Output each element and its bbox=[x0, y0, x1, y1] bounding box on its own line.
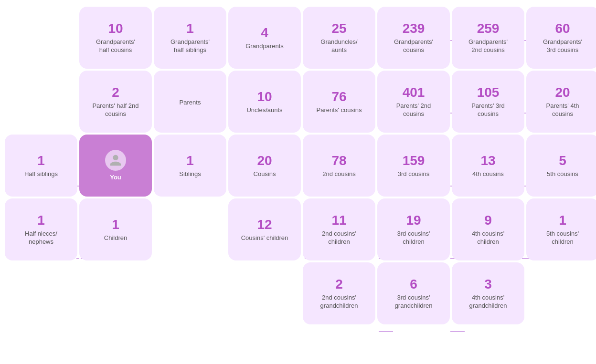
label-half-nieces-nephews: Half nieces/nephews bbox=[25, 230, 57, 246]
number-3rd-cousins-grandchildren: 6 bbox=[410, 277, 417, 292]
label-siblings: Siblings bbox=[179, 170, 201, 178]
card-3rd-cousins-grandchildren: 6 3rd cousins'grandchildren bbox=[377, 262, 450, 324]
card-4th-cousins: 13 4th cousins bbox=[452, 135, 524, 197]
number-5th-cousins: 5 bbox=[559, 153, 566, 168]
card-4th-cousins-children: 9 4th cousins'children bbox=[452, 198, 524, 260]
label-2nd-cousins-children: 2nd cousins'children bbox=[322, 230, 356, 246]
person-icon bbox=[109, 154, 122, 167]
number-2nd-cousins-children: 11 bbox=[331, 213, 346, 228]
card-parents-3rd-cousins: 105 Parents' 3rdcousins bbox=[452, 71, 524, 133]
card-cousins-children: 12 Cousins' children bbox=[228, 198, 301, 260]
number-granduncles-aunts: 25 bbox=[331, 21, 346, 36]
card-uncles-aunts: 10 Uncles/aunts bbox=[228, 71, 301, 133]
number-half-siblings: 1 bbox=[37, 153, 45, 168]
number-parents-4th-cousins: 20 bbox=[555, 85, 570, 100]
avatar bbox=[105, 150, 126, 171]
label-parents-3rd-cousins: Parents' 3rdcousins bbox=[471, 102, 505, 118]
label-3rd-cousins: 3rd cousins bbox=[398, 170, 429, 178]
label-grandparents: Grandparents bbox=[245, 42, 284, 51]
card-5th-cousins-children: 1 5th cousins'children bbox=[526, 198, 596, 260]
label-gp-2nd-cousins: Grandparents'2nd cousins bbox=[468, 38, 508, 54]
label-gp-cousins: Grandparents'cousins bbox=[394, 38, 433, 54]
card-half-siblings: 1 Half siblings bbox=[5, 135, 77, 197]
number-cousins-children: 12 bbox=[257, 217, 272, 232]
card-children: 1 Children bbox=[79, 198, 152, 260]
number-gp-cousins: 239 bbox=[403, 21, 425, 36]
label-4th-cousins-grandchildren: 4th cousins'grandchildren bbox=[469, 294, 507, 310]
label-parents-2nd-cousins: Parents' 2ndcousins bbox=[396, 102, 431, 118]
label-children: Children bbox=[104, 234, 127, 242]
card-siblings: 1 Siblings bbox=[154, 135, 226, 197]
family-chart: 10 Grandparents'half cousins 1 Grandpare… bbox=[0, 0, 596, 364]
card-gp-half-siblings: 1 Grandparents'half siblings bbox=[154, 7, 226, 69]
label-you: You bbox=[110, 174, 121, 182]
label-parents-4th-cousins: Parents' 4thcousins bbox=[546, 102, 579, 118]
label-5th-cousins-children: 5th cousins'children bbox=[546, 230, 579, 246]
label-parents: Parents bbox=[180, 99, 201, 107]
number-siblings: 1 bbox=[186, 153, 194, 168]
label-3rd-cousins-children: 3rd cousins'children bbox=[397, 230, 430, 246]
label-4th-cousins: 4th cousins bbox=[472, 170, 504, 178]
number-parents-2nd-cousins: 401 bbox=[403, 85, 425, 100]
card-2nd-cousins-grandchildren: 2 2nd cousins'grandchildren bbox=[303, 262, 375, 324]
card-granduncles-aunts: 25 Granduncles/aunts bbox=[303, 7, 375, 69]
label-gp-half-cousins: Grandparents'half cousins bbox=[96, 38, 135, 54]
number-4th-cousins: 13 bbox=[480, 153, 495, 168]
card-parents-4th-cousins: 20 Parents' 4thcousins bbox=[526, 71, 596, 133]
number-half-nieces-nephews: 1 bbox=[37, 213, 45, 228]
number-4th-cousins-children: 9 bbox=[484, 213, 492, 228]
number-gp-half-siblings: 1 bbox=[186, 21, 194, 36]
label-5th-cousins: 5th cousins bbox=[547, 170, 578, 178]
label-2nd-cousins-grandchildren: 2nd cousins'grandchildren bbox=[320, 294, 358, 310]
card-parents-2nd-cousins: 401 Parents' 2ndcousins bbox=[377, 71, 450, 133]
number-3rd-cousins-children: 19 bbox=[406, 213, 421, 228]
number-3rd-cousins: 159 bbox=[403, 153, 425, 168]
card-3rd-cousins-children: 19 3rd cousins'children bbox=[377, 198, 450, 260]
number-parents-3rd-cousins: 105 bbox=[477, 85, 500, 100]
card-gp-cousins: 239 Grandparents'cousins bbox=[377, 7, 450, 69]
label-2nd-cousins: 2nd cousins bbox=[322, 170, 355, 178]
card-gp-3rd-cousins: 60 Grandparents'3rd cousins bbox=[526, 7, 596, 69]
card-gp-2nd-cousins: 259 Grandparents'2nd cousins bbox=[452, 7, 524, 69]
number-2nd-cousins: 78 bbox=[331, 153, 346, 168]
card-5th-cousins: 5 5th cousins bbox=[526, 135, 596, 197]
number-gp-2nd-cousins: 259 bbox=[477, 21, 500, 36]
number-cousins: 20 bbox=[257, 153, 272, 168]
card-cousins: 20 Cousins bbox=[228, 135, 301, 197]
label-cousins: Cousins bbox=[254, 170, 276, 178]
card-you[interactable]: You bbox=[79, 135, 152, 197]
label-4th-cousins-children: 4th cousins'children bbox=[472, 230, 504, 246]
card-gp-half-cousins: 10 Grandparents'half cousins bbox=[79, 7, 152, 69]
card-4th-cousins-grandchildren: 3 4th cousins'grandchildren bbox=[452, 262, 524, 324]
number-children: 1 bbox=[112, 217, 119, 232]
number-5th-cousins-children: 1 bbox=[559, 213, 566, 228]
number-2nd-cousins-grandchildren: 2 bbox=[335, 277, 343, 292]
card-parents-cousins: 76 Parents' cousins bbox=[303, 71, 375, 133]
number-parents-half-2nd-cousins: 2 bbox=[112, 85, 119, 100]
label-half-siblings: Half siblings bbox=[24, 170, 58, 178]
label-gp-3rd-cousins: Grandparents'3rd cousins bbox=[543, 38, 582, 54]
card-3rd-cousins: 159 3rd cousins bbox=[377, 135, 450, 197]
card-half-nieces-nephews: 1 Half nieces/nephews bbox=[5, 198, 77, 260]
label-parents-half-2nd-cousins: Parents' half 2ndcousins bbox=[92, 102, 138, 118]
number-parents-cousins: 76 bbox=[331, 89, 346, 104]
label-granduncles-aunts: Granduncles/aunts bbox=[320, 38, 357, 54]
label-uncles-aunts: Uncles/aunts bbox=[246, 106, 282, 114]
label-parents-cousins: Parents' cousins bbox=[317, 106, 362, 114]
number-gp-3rd-cousins: 60 bbox=[555, 21, 570, 36]
label-3rd-cousins-grandchildren: 3rd cousins'grandchildren bbox=[395, 294, 433, 310]
card-2nd-cousins-children: 11 2nd cousins'children bbox=[303, 198, 375, 260]
card-parents: Parents bbox=[154, 71, 226, 133]
number-4th-cousins-grandchildren: 3 bbox=[484, 277, 492, 292]
number-uncles-aunts: 10 bbox=[257, 89, 272, 104]
card-grandparents: 4 Grandparents bbox=[228, 7, 301, 69]
card-2nd-cousins: 78 2nd cousins bbox=[303, 135, 375, 197]
card-parents-half-2nd-cousins: 2 Parents' half 2ndcousins bbox=[79, 71, 152, 133]
label-gp-half-siblings: Grandparents'half siblings bbox=[170, 38, 210, 54]
number-grandparents: 4 bbox=[261, 25, 268, 41]
label-cousins-children: Cousins' children bbox=[241, 234, 288, 242]
number-gp-half-cousins: 10 bbox=[108, 21, 123, 36]
